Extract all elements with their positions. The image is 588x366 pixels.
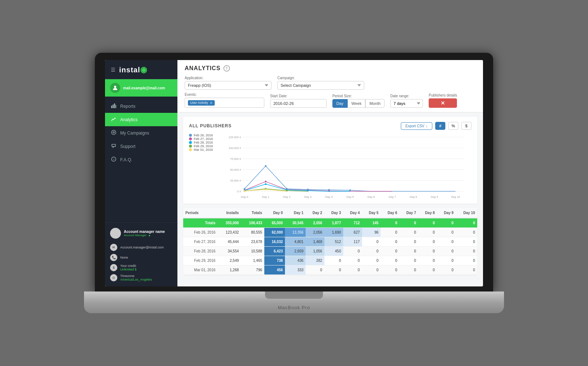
event-tag-close[interactable]: ✕	[210, 101, 213, 105]
row-day5: 0	[362, 237, 381, 247]
totals-period: Totals	[183, 218, 218, 228]
campaigns-icon	[111, 130, 117, 136]
row-totals: 80,555	[241, 228, 265, 237]
row-day2: 2,056	[306, 228, 324, 237]
timezone-icon: ⊙	[110, 274, 117, 281]
row-day6: 0	[381, 247, 399, 256]
row-day1: 13,356	[285, 228, 306, 237]
period-week-btn[interactable]: Week	[348, 99, 366, 108]
footer-timezone-row: ⊙ Timezone America/Los_Angeles	[110, 273, 172, 283]
sidebar-item-faq[interactable]: ? F.A.Q.	[105, 153, 177, 166]
caret-icon[interactable]: ▲	[148, 234, 151, 237]
filter-row-2: Events: User Activity ✕ Start Date:	[185, 93, 476, 108]
sidebar-item-analytics[interactable]: Analytics	[105, 113, 177, 126]
row-day8: 0	[418, 228, 437, 237]
row-day0: 16,032	[264, 237, 285, 247]
account-avatar	[110, 228, 121, 239]
application-label: Application:	[185, 76, 272, 80]
clear-button[interactable]: ✕	[429, 98, 457, 108]
row-totals: 10,588	[241, 247, 265, 256]
hamburger-icon[interactable]: ☰	[111, 67, 116, 73]
period-size-filter: Period Size: Day Week Month	[332, 94, 385, 108]
sidebar-item-campaigns-label: My Campaigns	[120, 131, 149, 136]
row-day10: 0	[456, 256, 477, 265]
row-period: Mar 01, 2016	[183, 265, 218, 275]
period-month-btn[interactable]: Month	[365, 99, 385, 108]
date-range-select[interactable]: 7 days 14 days 30 days	[390, 99, 423, 108]
row-period: Feb 27, 2016	[183, 237, 218, 247]
view-hash-button[interactable]: #	[435, 122, 445, 130]
svg-rect-1	[111, 106, 112, 108]
svg-text:0 #: 0 #	[237, 190, 241, 193]
support-icon	[111, 143, 117, 149]
row-period: Feb 29, 2016	[183, 256, 218, 265]
period-day-btn[interactable]: Day	[332, 99, 348, 108]
export-csv-button[interactable]: Export CSV ↓	[401, 122, 432, 130]
totals-day1: 30,545	[285, 218, 306, 228]
svg-text:Day 3: Day 3	[304, 195, 312, 199]
th-day5: Day 5	[362, 208, 381, 218]
footer-credit-value: Unlimited $	[120, 268, 136, 271]
row-day5: 0	[362, 256, 381, 265]
start-date-input[interactable]	[270, 99, 327, 108]
sidebar-item-support[interactable]: Support	[105, 140, 177, 153]
row-day0: 456	[264, 265, 285, 275]
th-installs: Installs	[218, 208, 241, 218]
svg-point-44	[265, 183, 266, 185]
row-day10: 0	[456, 237, 477, 247]
legend-item-1: Feb 26, 2016	[189, 133, 222, 137]
reports-icon	[111, 103, 117, 109]
footer-email-row: ✉ Account.manager@instal.com	[110, 242, 172, 252]
account-name: Account manager name	[124, 230, 165, 234]
campaign-select[interactable]: Select Campaign	[277, 81, 364, 90]
row-day4: 117	[343, 237, 362, 247]
svg-text:Day 9: Day 9	[431, 195, 438, 199]
logo-text: instal◉	[119, 65, 147, 75]
svg-rect-2	[113, 105, 114, 108]
data-table: Periods Installs Totals Day 0 Day 1 Day …	[183, 208, 477, 275]
svg-text:125,000 #: 125,000 #	[228, 136, 241, 139]
row-day2: 1,056	[306, 247, 324, 256]
help-icon[interactable]: ?	[223, 65, 230, 72]
row-day4: 0	[343, 247, 362, 256]
period-buttons: Day Week Month	[332, 99, 385, 108]
svg-point-37	[349, 190, 351, 191]
th-day3: Day 3	[324, 208, 343, 218]
svg-text:25,000 #: 25,000 #	[230, 179, 242, 182]
totals-day9: 0	[437, 218, 456, 228]
totals-row: Totals 355,000 100,433 65,000 30,545 2,0…	[183, 218, 477, 228]
analytics-title: ANALYTICS ?	[185, 65, 476, 72]
application-select[interactable]: Freapp (IOS)	[185, 81, 272, 90]
row-day7: 0	[399, 237, 418, 247]
totals-day7: 0	[399, 218, 418, 228]
row-day1: 333	[285, 265, 306, 275]
date-range-filter: Date range: 7 days 14 days 30 days	[390, 94, 423, 108]
sidebar-item-reports[interactable]: Reports	[105, 99, 177, 113]
publishers-label: Publishers details	[429, 93, 457, 97]
chart-actions: Export CSV ↓ # % $	[401, 122, 471, 130]
table-row: Feb 28, 2016 34,554 10,588 6,423 2,659 1…	[183, 247, 477, 256]
user-section[interactable]: mail.example@mail.com	[105, 79, 177, 97]
credit-icon: $	[110, 264, 117, 271]
legend-item-2: Feb 27, 2016	[189, 137, 222, 141]
footer-email: Account.manager@instal.com	[120, 246, 164, 249]
view-dollar-button[interactable]: $	[461, 122, 471, 130]
row-day0: 62,000	[264, 228, 285, 237]
sidebar-item-campaigns[interactable]: My Campaigns	[105, 126, 177, 140]
table-row: Feb 27, 2016 45,444 23,678 16,032 4,801 …	[183, 237, 477, 247]
view-percent-button[interactable]: %	[448, 122, 458, 130]
legend-dot-5	[189, 148, 192, 151]
download-icon: ↓	[426, 124, 428, 128]
footer-credit-row: $ Your credit: Unlimited $	[110, 263, 172, 273]
legend-item-3: Feb 28, 2016	[189, 141, 222, 144]
legend-dot-1	[189, 134, 192, 137]
sidebar-item-support-label: Support	[120, 144, 135, 149]
row-installs: 34,554	[218, 247, 241, 256]
row-day10: 0	[456, 228, 477, 237]
row-day7: 0	[399, 228, 418, 237]
row-day1: 436	[285, 256, 306, 265]
laptop-notch	[265, 291, 323, 299]
events-input[interactable]: User Activity ✕	[185, 98, 264, 108]
screen-bezel: ☰ instal◉ mail.example@mail.com	[95, 53, 493, 291]
row-day3: 450	[324, 247, 343, 256]
